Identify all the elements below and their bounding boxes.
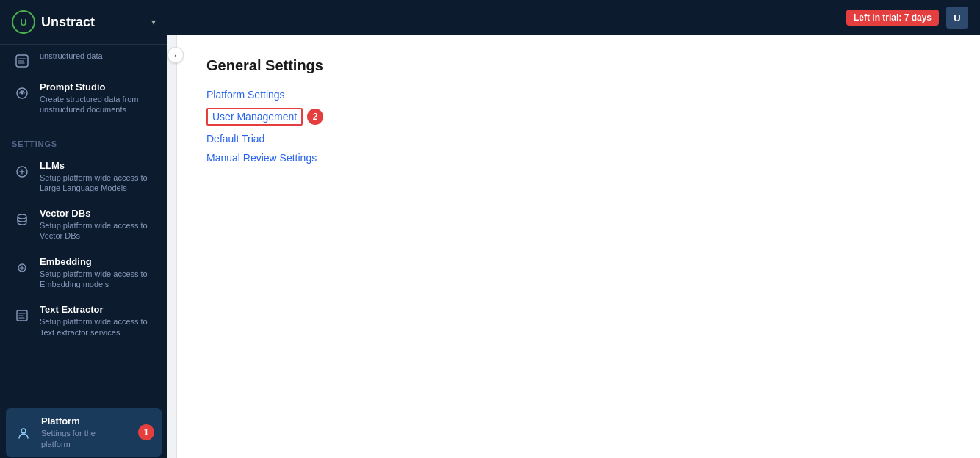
svg-text:U: U (20, 17, 26, 28)
embedding-icon (12, 258, 32, 278)
sidebar-item-vector-dbs[interactable]: Vector DBs Setup platform wide access to… (0, 200, 167, 249)
sidebar-collapse-button[interactable]: ‹ (167, 47, 184, 63)
sidebar-header[interactable]: U Unstract ▾ (0, 0, 167, 45)
user-management-badge: 2 (307, 109, 323, 125)
sidebar-item-platform[interactable]: Platform Settings for the platform 1 (6, 408, 162, 457)
svg-point-7 (21, 429, 26, 433)
main-panel: General Settings Platform Settings User … (176, 35, 980, 458)
app-name: Unstract (41, 15, 95, 30)
main-area: Left in trial: 7 days U ‹ General Settin… (167, 0, 980, 458)
user-management-link[interactable]: User Management (206, 108, 303, 126)
app-chevron[interactable]: ▾ (151, 17, 156, 27)
svg-point-4 (21, 92, 24, 95)
page-title: General Settings (206, 57, 951, 74)
settings-section-label: SETTINGS (0, 129, 167, 153)
sidebar-item-embedding[interactable]: Embedding Setup platform wide access to … (0, 249, 167, 297)
default-triad-link[interactable]: Default Triad (206, 133, 951, 145)
prompt-studio-icon (12, 83, 32, 103)
unstructured-icon (12, 51, 32, 71)
content-area: ‹ General Settings Platform Settings Use… (167, 35, 980, 458)
platform-settings-link[interactable]: Platform Settings (206, 89, 951, 101)
unstructured-content: unstructured data (40, 49, 103, 61)
topbar: Left in trial: 7 days U (167, 0, 980, 35)
sidebar-item-llms[interactable]: LLMs Setup platform wide access to Large… (0, 153, 167, 201)
llm-icon (12, 161, 32, 182)
platform-badge: 1 (138, 424, 154, 440)
extractor-icon (12, 305, 32, 326)
user-avatar[interactable]: U (946, 7, 968, 29)
platform-icon (13, 423, 34, 443)
svg-point-5 (18, 214, 26, 219)
sidebar-divider (0, 126, 167, 126)
unstract-logo: U (12, 10, 35, 34)
sidebar-item-unstructured[interactable]: unstructured data (0, 45, 167, 74)
trial-badge[interactable]: Left in trial: 7 days (846, 10, 939, 26)
vector-icon (12, 209, 32, 230)
manual-review-settings-link[interactable]: Manual Review Settings (206, 152, 951, 164)
sidebar-item-text-extractor[interactable]: Text Extractor Setup platform wide acces… (0, 297, 167, 345)
sidebar: U Unstract ▾ unstructured data Prompt St… (0, 0, 167, 458)
sidebar-item-prompt-studio[interactable]: Prompt Studio Create structured data fro… (0, 74, 167, 123)
